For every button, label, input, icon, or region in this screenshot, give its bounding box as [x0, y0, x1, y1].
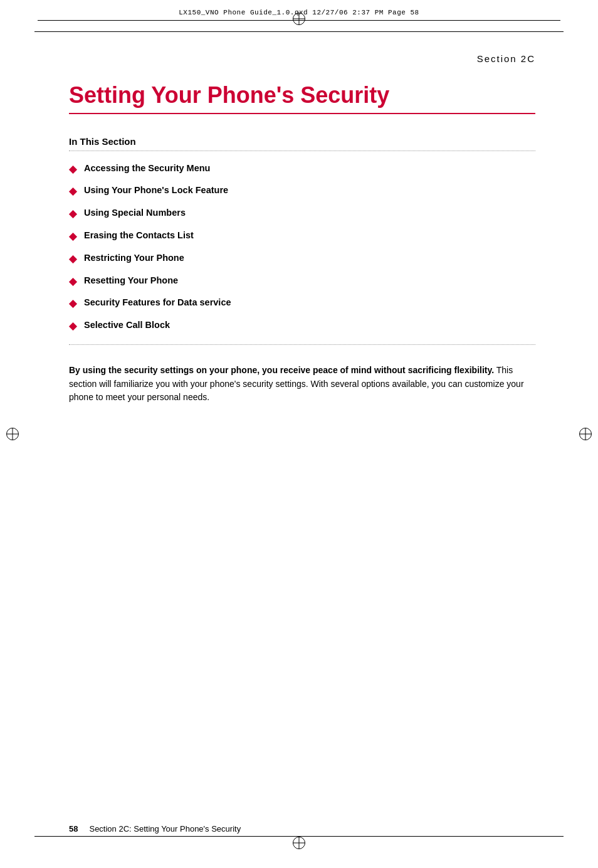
diamond-icon: ◆	[69, 275, 76, 288]
dotted-line-bottom	[69, 344, 535, 345]
border-bottom	[34, 836, 564, 837]
reg-mark-right	[579, 428, 592, 440]
diamond-icon: ◆	[69, 320, 76, 333]
list-item: ◆ Using Special Numbers	[69, 207, 535, 221]
diamond-icon: ◆	[69, 208, 76, 221]
section-label: Section 2C	[69, 53, 535, 64]
list-item-label: Using Special Numbers	[84, 207, 186, 219]
list-item-label: Selective Call Block	[84, 319, 170, 331]
list-item-label: Resetting Your Phone	[84, 275, 178, 287]
diamond-icon: ◆	[69, 297, 76, 310]
page-container: LX150_VNO Phone Guide_1.0.qxd 12/27/06 2…	[0, 0, 598, 868]
header-bar: LX150_VNO Phone Guide_1.0.qxd 12/27/06 2…	[38, 9, 560, 21]
header-file-info: LX150_VNO Phone Guide_1.0.qxd 12/27/06 2…	[179, 9, 419, 16]
list-item: ◆ Resetting Your Phone	[69, 275, 535, 288]
list-item: ◆ Accessing the Security Menu	[69, 162, 535, 176]
list-item-label: Restricting Your Phone	[84, 252, 184, 264]
footer-page-number: 58	[69, 824, 78, 834]
body-bold-intro: By using the security settings on your p…	[69, 365, 494, 375]
content-area: Section 2C Setting Your Phone's Security…	[69, 41, 535, 818]
reg-mark-bottom	[293, 837, 305, 849]
list-item-label: Security Features for Data service	[84, 297, 231, 309]
reg-mark-left	[6, 428, 19, 440]
dotted-line-top	[69, 151, 535, 151]
diamond-icon: ◆	[69, 230, 76, 243]
list-item-label: Using Your Phone's Lock Feature	[84, 184, 228, 196]
diamond-icon: ◆	[69, 163, 76, 176]
body-paragraph: By using the security settings on your p…	[69, 364, 535, 405]
list-item: ◆ Erasing the Contacts List	[69, 230, 535, 243]
in-this-section-heading: In This Section	[69, 136, 535, 147]
border-top	[34, 31, 564, 32]
footer-section-text: Section 2C: Setting Your Phone's Securit…	[89, 824, 241, 834]
list-item-label: Accessing the Security Menu	[84, 162, 210, 174]
list-item: ◆ Restricting Your Phone	[69, 252, 535, 266]
title-underline	[69, 113, 535, 114]
diamond-icon: ◆	[69, 185, 76, 198]
list-item: ◆ Selective Call Block	[69, 319, 535, 333]
list-item: ◆ Security Features for Data service	[69, 297, 535, 310]
list-item-label: Erasing the Contacts List	[84, 230, 194, 241]
bullet-list: ◆ Accessing the Security Menu ◆ Using Yo…	[69, 162, 535, 333]
diamond-icon: ◆	[69, 253, 76, 266]
page-title: Setting Your Phone's Security	[69, 83, 535, 108]
in-this-section: In This Section ◆ Accessing the Security…	[69, 136, 535, 345]
list-item: ◆ Using Your Phone's Lock Feature	[69, 184, 535, 198]
footer-area: 58 Section 2C: Setting Your Phone's Secu…	[69, 824, 535, 834]
